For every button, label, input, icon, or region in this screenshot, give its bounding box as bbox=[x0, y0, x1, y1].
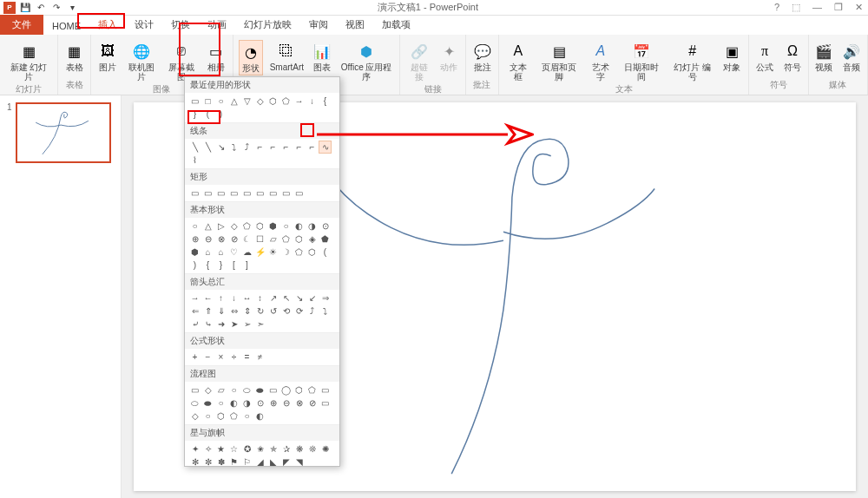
shape-option[interactable]: ⊙ bbox=[253, 396, 266, 410]
audio-button[interactable]: 🔊 音频 bbox=[840, 40, 863, 74]
shape-option[interactable]: ▭ bbox=[188, 95, 201, 108]
shape-option[interactable]: ⇐ bbox=[188, 305, 201, 318]
shape-option[interactable]: ⬠ bbox=[293, 246, 306, 259]
shape-option[interactable]: ) bbox=[214, 108, 227, 121]
shape-option[interactable]: ◢ bbox=[253, 455, 266, 467]
shape-option[interactable]: ) bbox=[188, 259, 201, 272]
picture-button[interactable]: 🖼 图片 bbox=[96, 40, 119, 74]
shape-option[interactable]: ⊖ bbox=[279, 396, 293, 410]
help-button[interactable]: ? bbox=[774, 2, 779, 13]
shape-option[interactable]: ✬ bbox=[253, 442, 266, 455]
shape-option[interactable]: ⬡ bbox=[306, 246, 319, 259]
equation-button[interactable]: π 公式 bbox=[753, 40, 776, 74]
shape-option[interactable]: ▭ bbox=[266, 187, 279, 200]
shape-option[interactable]: ✪ bbox=[240, 442, 253, 455]
close-button[interactable]: ✕ bbox=[855, 2, 863, 13]
shape-option[interactable]: ⇕ bbox=[240, 305, 253, 318]
shape-option[interactable]: ▭ bbox=[319, 396, 332, 410]
shape-option[interactable]: ⇒ bbox=[319, 292, 332, 305]
shape-option[interactable]: ⬬ bbox=[253, 383, 266, 396]
shape-option[interactable]: ⊗ bbox=[214, 233, 227, 246]
shape-option[interactable]: ✧ bbox=[201, 442, 214, 455]
shape-option[interactable]: ⤷ bbox=[201, 318, 214, 331]
shape-option[interactable]: ☆ bbox=[227, 442, 240, 455]
shape-option[interactable]: ⬡ bbox=[293, 233, 306, 246]
symbol-button[interactable]: Ω 符号 bbox=[781, 40, 804, 74]
shape-option[interactable]: ( bbox=[319, 246, 332, 259]
shape-option[interactable]: ⬟ bbox=[319, 233, 332, 246]
shape-option[interactable]: ⤵ bbox=[227, 141, 240, 154]
shape-option[interactable]: ➢ bbox=[240, 318, 253, 331]
shape-option[interactable]: ↕ bbox=[253, 292, 266, 305]
undo-icon[interactable]: ↶ bbox=[35, 2, 47, 14]
shape-option[interactable]: △ bbox=[201, 220, 214, 233]
shape-option[interactable]: ☁ bbox=[240, 246, 253, 259]
datetime-button[interactable]: 📅 日期和时间 bbox=[620, 40, 664, 83]
shape-option[interactable]: ⊕ bbox=[266, 396, 279, 410]
tab-review[interactable]: 审阅 bbox=[300, 15, 337, 35]
shape-option[interactable]: { bbox=[201, 259, 214, 272]
shape-option[interactable]: ○ bbox=[279, 220, 293, 233]
shape-option[interactable]: ⊘ bbox=[227, 233, 240, 246]
shape-option[interactable]: ◐ bbox=[253, 410, 266, 423]
shape-option[interactable]: ← bbox=[201, 292, 214, 305]
shape-option[interactable]: ⬭ bbox=[240, 383, 253, 396]
tab-file[interactable]: 文件 bbox=[0, 15, 43, 35]
slidenum-button[interactable]: # 幻灯片 编号 bbox=[669, 40, 715, 83]
shape-option[interactable]: ↺ bbox=[266, 305, 279, 318]
shape-option[interactable]: ✽ bbox=[214, 455, 227, 467]
shape-option[interactable]: ↘ bbox=[293, 292, 306, 305]
shape-option[interactable]: ▭ bbox=[253, 187, 266, 200]
maximize-button[interactable]: ❐ bbox=[834, 2, 843, 13]
shape-option[interactable]: ↘ bbox=[214, 141, 227, 154]
shape-option[interactable]: ⌂ bbox=[214, 246, 227, 259]
shape-option[interactable]: ⬬ bbox=[201, 396, 214, 410]
shape-option[interactable]: ⚐ bbox=[240, 455, 253, 467]
tab-design[interactable]: 设计 bbox=[126, 15, 162, 35]
shape-option[interactable]: ⬠ bbox=[306, 383, 319, 396]
shape-option[interactable]: ☐ bbox=[253, 233, 266, 246]
shape-option[interactable]: ⤶ bbox=[188, 318, 201, 331]
tab-home[interactable]: HOME bbox=[43, 17, 89, 35]
online-picture-button[interactable]: 🌐 联机图片 bbox=[124, 40, 159, 83]
shapes-button[interactable]: ◔ 形状 bbox=[239, 40, 263, 75]
shape-option[interactable]: ( bbox=[201, 108, 214, 121]
shape-option[interactable]: ⬭ bbox=[188, 396, 201, 410]
shape-option[interactable]: ⬠ bbox=[227, 410, 240, 423]
tab-animations[interactable]: 动画 bbox=[199, 15, 235, 35]
shape-option[interactable]: ↔ bbox=[240, 292, 253, 305]
shape-option[interactable]: ⌂ bbox=[201, 246, 214, 259]
shape-option[interactable]: ◐ bbox=[227, 396, 240, 410]
shape-option[interactable]: ▭ bbox=[188, 187, 201, 200]
shape-option[interactable]: ▭ bbox=[319, 383, 332, 396]
shape-option[interactable]: ◑ bbox=[306, 220, 319, 233]
shape-option[interactable]: ↙ bbox=[306, 292, 319, 305]
table-button[interactable]: ▦ 表格 bbox=[63, 40, 86, 74]
shape-option[interactable]: ╲ bbox=[188, 141, 201, 154]
shape-option[interactable]: ✦ bbox=[188, 442, 201, 455]
shape-option[interactable]: ◇ bbox=[253, 95, 266, 108]
shape-option[interactable]: ◑ bbox=[240, 396, 253, 410]
shape-option[interactable]: ○ bbox=[240, 410, 253, 423]
shape-option[interactable]: ≠ bbox=[253, 351, 266, 364]
shape-option[interactable]: [ bbox=[227, 259, 240, 272]
shape-option[interactable]: ▽ bbox=[240, 95, 253, 108]
shape-option[interactable]: { bbox=[319, 95, 332, 108]
shape-option[interactable]: ☽ bbox=[279, 246, 293, 259]
shape-option[interactable]: ⟳ bbox=[293, 305, 306, 318]
shape-option[interactable]: △ bbox=[227, 95, 240, 108]
shape-option[interactable]: ⌐ bbox=[306, 141, 319, 154]
redo-icon[interactable]: ↷ bbox=[50, 2, 62, 14]
shape-option[interactable]: ◯ bbox=[279, 383, 293, 396]
comment-button[interactable]: 💬 批注 bbox=[471, 40, 494, 74]
shape-option[interactable]: + bbox=[188, 351, 201, 364]
shape-option[interactable]: ⊗ bbox=[293, 396, 306, 410]
shape-option[interactable]: ▱ bbox=[266, 233, 279, 246]
tab-slideshow[interactable]: 幻灯片放映 bbox=[235, 15, 300, 35]
shape-option[interactable]: ⇑ bbox=[201, 305, 214, 318]
new-slide-button[interactable]: ▦ 新建 幻灯片 bbox=[5, 40, 52, 83]
shape-option[interactable]: ◇ bbox=[188, 410, 201, 423]
shape-option[interactable]: ◈ bbox=[306, 233, 319, 246]
video-button[interactable]: 🎬 视频 bbox=[812, 40, 835, 74]
shape-option[interactable]: ◤ bbox=[279, 455, 293, 467]
